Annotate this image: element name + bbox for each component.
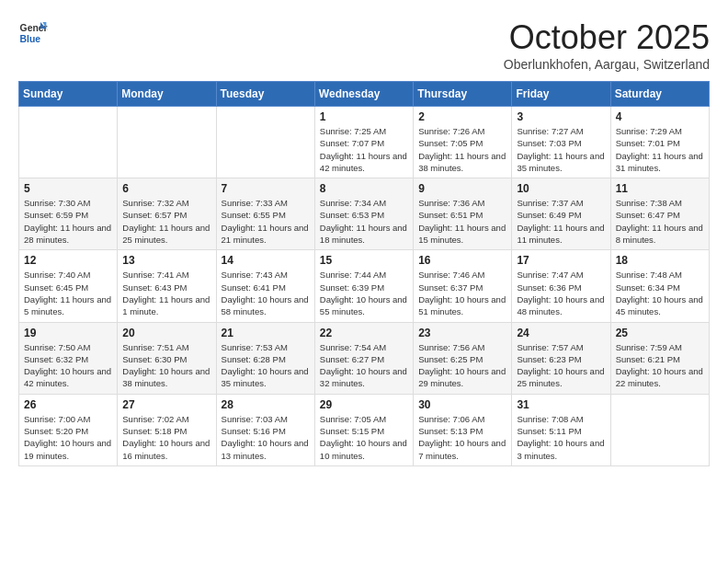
weekday-header-sunday: Sunday <box>19 82 118 107</box>
day-info: Sunrise: 7:08 AM Sunset: 5:11 PM Dayligh… <box>517 413 605 462</box>
day-number: 14 <box>222 254 310 267</box>
calendar-cell: 11Sunrise: 7:38 AM Sunset: 6:47 PM Dayli… <box>610 178 709 250</box>
svg-text:Blue: Blue <box>20 34 41 44</box>
day-info: Sunrise: 7:59 AM Sunset: 6:21 PM Dayligh… <box>616 341 704 390</box>
day-info: Sunrise: 7:27 AM Sunset: 7:03 PM Dayligh… <box>517 125 605 174</box>
calendar-cell: 20Sunrise: 7:51 AM Sunset: 6:30 PM Dayli… <box>118 322 216 394</box>
calendar-cell: 25Sunrise: 7:59 AM Sunset: 6:21 PM Dayli… <box>610 322 709 394</box>
weekday-header-thursday: Thursday <box>414 82 512 107</box>
day-number: 1 <box>320 110 408 123</box>
weekday-header-tuesday: Tuesday <box>216 82 314 107</box>
day-number: 29 <box>320 398 408 411</box>
calendar-cell: 12Sunrise: 7:40 AM Sunset: 6:45 PM Dayli… <box>19 250 118 322</box>
calendar-cell: 3Sunrise: 7:27 AM Sunset: 7:03 PM Daylig… <box>512 107 610 178</box>
day-info: Sunrise: 7:44 AM Sunset: 6:39 PM Dayligh… <box>320 269 408 317</box>
day-info: Sunrise: 7:51 AM Sunset: 6:30 PM Dayligh… <box>122 341 210 390</box>
day-info: Sunrise: 7:38 AM Sunset: 6:47 PM Dayligh… <box>616 197 704 246</box>
day-info: Sunrise: 7:54 AM Sunset: 6:27 PM Dayligh… <box>320 341 408 390</box>
day-info: Sunrise: 7:25 AM Sunset: 7:07 PM Dayligh… <box>320 125 408 174</box>
day-number: 18 <box>616 254 704 267</box>
day-number: 27 <box>122 398 210 411</box>
day-info: Sunrise: 7:34 AM Sunset: 6:53 PM Dayligh… <box>320 197 408 246</box>
day-number: 23 <box>418 327 506 339</box>
calendar-week-row: 19Sunrise: 7:50 AM Sunset: 6:32 PM Dayli… <box>19 322 710 394</box>
calendar-cell: 19Sunrise: 7:50 AM Sunset: 6:32 PM Dayli… <box>19 322 118 394</box>
day-number: 7 <box>222 182 310 195</box>
calendar-cell: 24Sunrise: 7:57 AM Sunset: 6:23 PM Dayli… <box>512 322 610 394</box>
calendar-week-row: 26Sunrise: 7:00 AM Sunset: 5:20 PM Dayli… <box>19 394 710 465</box>
calendar-cell: 6Sunrise: 7:32 AM Sunset: 6:57 PM Daylig… <box>118 178 216 250</box>
weekday-header-friday: Friday <box>512 82 610 107</box>
calendar-cell: 16Sunrise: 7:46 AM Sunset: 6:37 PM Dayli… <box>414 250 512 322</box>
day-number: 8 <box>320 182 408 195</box>
day-number: 4 <box>616 110 704 123</box>
calendar-cell: 15Sunrise: 7:44 AM Sunset: 6:39 PM Dayli… <box>314 250 413 322</box>
calendar-cell: 28Sunrise: 7:03 AM Sunset: 5:16 PM Dayli… <box>216 394 314 465</box>
day-info: Sunrise: 7:02 AM Sunset: 5:18 PM Dayligh… <box>122 413 210 462</box>
weekday-header-monday: Monday <box>118 82 216 107</box>
calendar-cell: 30Sunrise: 7:06 AM Sunset: 5:13 PM Dayli… <box>414 394 512 465</box>
calendar-cell: 2Sunrise: 7:26 AM Sunset: 7:05 PM Daylig… <box>414 107 512 178</box>
calendar-week-row: 12Sunrise: 7:40 AM Sunset: 6:45 PM Dayli… <box>19 250 710 322</box>
day-info: Sunrise: 7:43 AM Sunset: 6:41 PM Dayligh… <box>222 269 310 317</box>
logo: General Blue <box>18 18 48 48</box>
calendar-cell: 13Sunrise: 7:41 AM Sunset: 6:43 PM Dayli… <box>118 250 216 322</box>
day-number: 30 <box>418 398 506 411</box>
calendar-cell: 1Sunrise: 7:25 AM Sunset: 7:07 PM Daylig… <box>314 107 413 178</box>
day-number: 20 <box>122 327 210 339</box>
day-info: Sunrise: 7:26 AM Sunset: 7:05 PM Dayligh… <box>418 125 506 174</box>
day-number: 31 <box>517 398 605 411</box>
day-number: 25 <box>616 327 704 339</box>
day-info: Sunrise: 7:32 AM Sunset: 6:57 PM Dayligh… <box>122 197 210 246</box>
day-info: Sunrise: 7:50 AM Sunset: 6:32 PM Dayligh… <box>24 341 112 390</box>
day-info: Sunrise: 7:47 AM Sunset: 6:36 PM Dayligh… <box>517 269 605 317</box>
calendar-cell: 4Sunrise: 7:29 AM Sunset: 7:01 PM Daylig… <box>610 107 709 178</box>
calendar-cell <box>19 107 118 178</box>
day-number: 19 <box>24 327 112 339</box>
calendar-cell: 17Sunrise: 7:47 AM Sunset: 6:36 PM Dayli… <box>512 250 610 322</box>
day-info: Sunrise: 7:46 AM Sunset: 6:37 PM Dayligh… <box>418 269 506 317</box>
page-header: General Blue October 2025 Oberlunkhofen,… <box>18 18 710 72</box>
calendar-cell: 27Sunrise: 7:02 AM Sunset: 5:18 PM Dayli… <box>118 394 216 465</box>
day-info: Sunrise: 7:05 AM Sunset: 5:15 PM Dayligh… <box>320 413 408 462</box>
day-number: 24 <box>517 327 605 339</box>
calendar-week-row: 5Sunrise: 7:30 AM Sunset: 6:59 PM Daylig… <box>19 178 710 250</box>
month-title: October 2025 <box>504 18 710 57</box>
day-number: 2 <box>418 110 506 123</box>
day-number: 17 <box>517 254 605 267</box>
calendar-cell: 5Sunrise: 7:30 AM Sunset: 6:59 PM Daylig… <box>19 178 118 250</box>
calendar-table: SundayMondayTuesdayWednesdayThursdayFrid… <box>18 81 710 466</box>
day-number: 3 <box>517 110 605 123</box>
calendar-week-row: 1Sunrise: 7:25 AM Sunset: 7:07 PM Daylig… <box>19 107 710 178</box>
day-info: Sunrise: 7:06 AM Sunset: 5:13 PM Dayligh… <box>418 413 506 462</box>
day-info: Sunrise: 7:36 AM Sunset: 6:51 PM Dayligh… <box>418 197 506 246</box>
weekday-header-saturday: Saturday <box>610 82 709 107</box>
calendar-cell: 7Sunrise: 7:33 AM Sunset: 6:55 PM Daylig… <box>216 178 314 250</box>
calendar-cell <box>216 107 314 178</box>
day-info: Sunrise: 7:00 AM Sunset: 5:20 PM Dayligh… <box>24 413 112 462</box>
day-info: Sunrise: 7:57 AM Sunset: 6:23 PM Dayligh… <box>517 341 605 390</box>
day-number: 15 <box>320 254 408 267</box>
calendar-cell: 26Sunrise: 7:00 AM Sunset: 5:20 PM Dayli… <box>19 394 118 465</box>
calendar-cell: 23Sunrise: 7:56 AM Sunset: 6:25 PM Dayli… <box>414 322 512 394</box>
title-block: October 2025 Oberlunkhofen, Aargau, Swit… <box>504 18 710 72</box>
day-info: Sunrise: 7:56 AM Sunset: 6:25 PM Dayligh… <box>418 341 506 390</box>
day-number: 22 <box>320 327 408 339</box>
day-info: Sunrise: 7:30 AM Sunset: 6:59 PM Dayligh… <box>24 197 112 246</box>
calendar-cell: 14Sunrise: 7:43 AM Sunset: 6:41 PM Dayli… <box>216 250 314 322</box>
day-info: Sunrise: 7:37 AM Sunset: 6:49 PM Dayligh… <box>517 197 605 246</box>
calendar-header-row: SundayMondayTuesdayWednesdayThursdayFrid… <box>19 82 710 107</box>
day-number: 10 <box>517 182 605 195</box>
calendar-cell: 10Sunrise: 7:37 AM Sunset: 6:49 PM Dayli… <box>512 178 610 250</box>
day-number: 13 <box>122 254 210 267</box>
calendar-cell: 22Sunrise: 7:54 AM Sunset: 6:27 PM Dayli… <box>314 322 413 394</box>
day-number: 5 <box>24 182 112 195</box>
day-number: 21 <box>222 327 310 339</box>
day-info: Sunrise: 7:03 AM Sunset: 5:16 PM Dayligh… <box>222 413 310 462</box>
logo-icon: General Blue <box>18 18 48 48</box>
calendar-cell: 9Sunrise: 7:36 AM Sunset: 6:51 PM Daylig… <box>414 178 512 250</box>
day-info: Sunrise: 7:41 AM Sunset: 6:43 PM Dayligh… <box>122 269 210 317</box>
calendar-cell: 21Sunrise: 7:53 AM Sunset: 6:28 PM Dayli… <box>216 322 314 394</box>
day-info: Sunrise: 7:40 AM Sunset: 6:45 PM Dayligh… <box>24 269 112 317</box>
calendar-cell: 31Sunrise: 7:08 AM Sunset: 5:11 PM Dayli… <box>512 394 610 465</box>
